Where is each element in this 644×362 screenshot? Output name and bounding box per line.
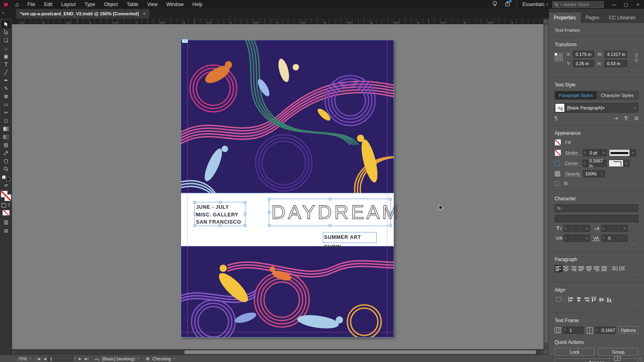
align-top-edges-button[interactable] — [590, 296, 598, 303]
paragraph-styles-tab[interactable]: Paragraph Styles — [555, 91, 597, 99]
hscroll-thumb[interactable] — [184, 350, 536, 354]
frame-handle[interactable] — [194, 213, 196, 215]
tab-cc-libraries[interactable]: CC Libraries — [604, 12, 641, 23]
corner-size-field[interactable]: 0.1667 in — [587, 160, 607, 167]
font-family-dropdown[interactable]: ˅ — [555, 204, 638, 212]
stroke-weight-stepper[interactable]: ˄˅ — [583, 149, 587, 156]
font-style-dropdown[interactable] — [555, 215, 638, 222]
frame-handle[interactable] — [194, 201, 196, 204]
status-chevron-icon[interactable]: ˅ — [173, 357, 175, 360]
indesign-logo-icon[interactable]: Id — [2, 1, 9, 8]
gutter-field[interactable]: 0.1667 — [599, 327, 615, 334]
apply-none-swatch[interactable] — [2, 210, 10, 216]
preflight-profile[interactable]: [Basic] (working) — [102, 356, 135, 361]
clear-overrides-icon[interactable]: ¶⁄ — [624, 115, 627, 121]
fx-icon[interactable]: fx. — [564, 181, 569, 186]
w-field[interactable]: 4.1317 in — [605, 51, 627, 58]
gap-tool[interactable]: ↔ — [1, 44, 11, 52]
horizontal-scrollbar[interactable]: ‹ › — [12, 349, 543, 355]
linked-image-badge-icon[interactable]: ∞ — [182, 39, 188, 43]
kerning-dropdown-icon[interactable]: ˅ — [584, 234, 590, 242]
learn-bulb-icon[interactable] — [492, 1, 497, 8]
adobe-stock-search-input[interactable]: ˅ Adobe Stock — [552, 1, 604, 8]
frame-handle[interactable] — [244, 201, 246, 204]
y-field[interactable]: 3.25 in — [573, 60, 594, 67]
close-button[interactable]: × — [632, 2, 644, 7]
stroke-style-dropdown-icon[interactable]: ˅ — [630, 149, 636, 156]
menu-item[interactable]: Table — [122, 2, 143, 7]
character-styles-tab[interactable]: Character Styles — [597, 91, 638, 99]
align-vertical-centers-button[interactable] — [598, 296, 605, 303]
menu-item[interactable]: Edit — [39, 2, 57, 7]
direct-selection-tool[interactable] — [1, 28, 11, 36]
frame-handle[interactable] — [219, 201, 221, 204]
object-effects-icon[interactable] — [555, 181, 559, 186]
default-fill-stroke-icon[interactable] — [2, 175, 10, 181]
paragraph-style-dropdown[interactable]: Ag [Basic Paragraph]+ ˅ — [555, 103, 638, 113]
frame-handle[interactable] — [194, 224, 196, 227]
columns-stepper[interactable]: ˄˅ — [563, 327, 567, 334]
align-center-button[interactable] — [562, 265, 570, 272]
character-more-options[interactable]: ··· — [631, 242, 637, 247]
type-tool[interactable]: T — [1, 60, 11, 68]
opacity-field[interactable]: 100% — [583, 170, 599, 177]
align-right-button[interactable] — [570, 265, 578, 272]
tab-properties[interactable]: Properties — [549, 12, 581, 23]
justify-all-button[interactable] — [601, 265, 608, 272]
frame-handle[interactable] — [268, 198, 270, 200]
font-size-stepper[interactable]: ˄˅ — [564, 225, 568, 232]
tracking-stepper[interactable]: ˄˅ — [601, 234, 606, 242]
transform-more-options[interactable]: ··· — [631, 67, 637, 72]
menu-item[interactable]: Layout — [57, 2, 80, 7]
pen-tool[interactable]: ✒ — [1, 76, 11, 84]
align-more-options[interactable]: ··· — [631, 303, 637, 308]
align-away-spine-button[interactable] — [619, 265, 626, 272]
leading-field[interactable] — [606, 225, 622, 232]
align-left-button[interactable] — [555, 265, 562, 272]
scroll-left-icon[interactable]: ‹ — [13, 350, 14, 354]
stroke-label[interactable]: Stroke — [565, 150, 583, 156]
formatting-affects-toggle[interactable]: T — [2, 203, 10, 208]
title-text-frame[interactable]: DAYDREAM — [269, 199, 391, 226]
menu-item[interactable]: File — [23, 2, 39, 7]
workspace-switcher[interactable]: Essentials — [522, 2, 545, 7]
first-page-icon[interactable]: |◀ — [37, 357, 40, 361]
kerning-stepper[interactable]: ˄˅ — [564, 234, 568, 242]
gradient-swatch-tool[interactable] — [1, 125, 11, 133]
frame-handle[interactable] — [329, 224, 331, 227]
frame-handle[interactable] — [244, 213, 246, 215]
zoom-level[interactable]: 75% — [18, 356, 27, 361]
page-number-field[interactable]: 1 — [48, 356, 73, 361]
kerning-field[interactable] — [568, 234, 584, 242]
scroll-down-icon[interactable]: ˅ — [545, 350, 547, 354]
swap-fill-stroke-icon[interactable]: ⇄ — [1, 181, 11, 189]
rectangle-tool[interactable]: ▭ — [1, 101, 11, 109]
fill-swatch[interactable] — [555, 139, 561, 146]
pencil-tool[interactable]: ✎ — [1, 84, 11, 93]
dates-text-frame[interactable]: JUNE - JULY MISC. GALLERY SAN FRANCISCO — [194, 202, 246, 226]
document-tab[interactable]: *set-up-a-postcard_END_V2.indd @ 150% [C… — [16, 9, 149, 19]
next-page-icon[interactable]: ▶ — [79, 357, 82, 361]
note-tool[interactable]: ▤ — [1, 141, 11, 149]
align-horizontal-centers-button[interactable] — [575, 296, 582, 303]
vscroll-thumb[interactable] — [545, 25, 548, 343]
stroke-swatch[interactable] — [555, 150, 561, 156]
corner-shape-dropdown-icon[interactable]: ˅ — [623, 160, 630, 167]
menu-item[interactable]: View — [143, 2, 162, 7]
corner-shape-preview[interactable] — [609, 160, 623, 167]
align-right-edges-button[interactable] — [582, 296, 590, 303]
paragraph-more-options[interactable]: ··· — [631, 272, 637, 277]
frame-handle[interactable] — [268, 224, 270, 227]
frame-handle[interactable] — [389, 224, 392, 227]
frame-handle[interactable] — [244, 224, 246, 227]
window-resize-grip[interactable] — [639, 357, 643, 361]
rectangle-frame-tool[interactable]: ⊠ — [1, 93, 11, 101]
free-transform-tool[interactable]: ◻ — [1, 117, 11, 125]
corner-size-stepper[interactable]: ˄˅ — [582, 160, 587, 167]
gutter-stepper[interactable]: ˄˅ — [595, 327, 599, 334]
previous-page-icon[interactable]: ◀ — [43, 357, 46, 361]
frame-handle[interactable] — [219, 224, 221, 227]
tab-pages[interactable]: Pages — [581, 12, 604, 23]
leading-stepper[interactable]: ˄˅ — [601, 225, 606, 232]
container-icon[interactable] — [2, 203, 6, 208]
